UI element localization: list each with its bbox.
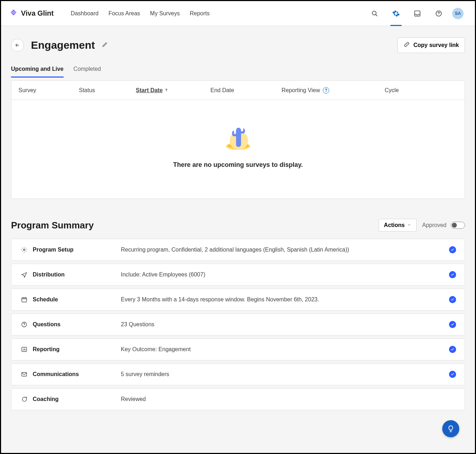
summary-row-desc: 5 survey reminders: [121, 371, 449, 378]
svg-point-0: [372, 11, 376, 15]
summary-row-questions[interactable]: Questions 23 Questions: [11, 313, 465, 336]
nav-focus-areas[interactable]: Focus Areas: [108, 1, 140, 26]
lightbulb-fab[interactable]: [442, 420, 459, 437]
summary-row-distribution[interactable]: Distribution Include: Active Employees (…: [11, 264, 465, 286]
col-start-date[interactable]: Start Date: [136, 87, 210, 94]
summary-row-desc: 23 Questions: [121, 321, 449, 328]
edit-title-icon[interactable]: [102, 42, 108, 49]
settings-icon[interactable]: [388, 6, 404, 21]
brand[interactable]: Viva Glint: [10, 9, 54, 18]
survey-tabs: Upcoming and Live Completed: [11, 66, 465, 78]
bar-chart-icon: [20, 346, 28, 353]
approved-control: Approved: [422, 222, 465, 229]
summary-row-title: Reporting: [28, 346, 121, 353]
sort-asc-icon: [164, 87, 169, 94]
col-start-label: Start Date: [136, 87, 163, 94]
summary-row-title: Program Setup: [28, 247, 121, 253]
surveys-table: Survey Status Start Date End Date Report…: [11, 80, 465, 199]
status-complete-icon: [449, 296, 456, 303]
svg-rect-10: [22, 298, 27, 302]
back-button[interactable]: [11, 39, 24, 52]
nav-reports[interactable]: Reports: [190, 1, 210, 26]
summary-row-reporting[interactable]: Reporting Key Outcome: Engagement: [11, 338, 465, 360]
calendar-icon: [20, 296, 28, 303]
reporting-view-help-icon[interactable]: ?: [323, 87, 329, 94]
summary-row-schedule[interactable]: Schedule Every 3 Months with a 14-days r…: [11, 289, 465, 311]
top-actions: SA: [367, 6, 466, 21]
status-complete-icon: [449, 371, 456, 378]
page-title: Engagement: [31, 39, 95, 51]
summary-row-communications[interactable]: Communications 5 survey reminders: [11, 363, 465, 385]
svg-line-1: [376, 14, 377, 16]
search-icon[interactable]: [367, 6, 383, 21]
summary-row-title: Schedule: [28, 296, 121, 303]
nav-my-surveys[interactable]: My Surveys: [150, 1, 180, 26]
cactus-illustration-icon: [221, 149, 255, 155]
brand-name: Viva Glint: [21, 9, 54, 17]
tab-upcoming-and-live[interactable]: Upcoming and Live: [11, 66, 64, 78]
program-summary-list: Program Setup Recurring program, Confide…: [11, 239, 465, 410]
svg-point-4: [438, 15, 439, 15]
inbox-icon[interactable]: [410, 6, 425, 21]
page-header: Engagement Copy survey link: [11, 37, 465, 53]
status-complete-icon: [449, 346, 456, 353]
col-reporting-label: Reporting View: [282, 87, 320, 94]
primary-nav: Dashboard Focus Areas My Surveys Reports: [71, 1, 210, 26]
approved-toggle[interactable]: [451, 222, 465, 229]
svg-point-9: [23, 249, 25, 251]
link-icon: [403, 41, 410, 49]
svg-point-12: [24, 326, 24, 326]
page-body: Engagement Copy survey link Upcoming and…: [1, 26, 475, 453]
summary-row-coaching[interactable]: Coaching Reviewed: [11, 388, 465, 410]
empty-state: There are no upcoming surveys to display…: [11, 100, 465, 199]
chevron-down-icon: [407, 222, 411, 228]
status-complete-icon: [449, 246, 456, 253]
summary-row-desc: Key Outcome: Engagement: [121, 346, 449, 353]
col-cycle[interactable]: Cycle: [385, 87, 399, 94]
summary-row-title: Questions: [28, 321, 121, 328]
nav-dashboard[interactable]: Dashboard: [71, 1, 98, 26]
status-complete-icon: [449, 321, 456, 328]
program-summary-header: Program Summary Actions Approved: [11, 219, 465, 232]
col-survey[interactable]: Survey: [18, 87, 79, 94]
summary-row-desc: Include: Active Employees (6007): [121, 271, 449, 278]
mail-icon: [20, 371, 28, 378]
summary-row-program-setup[interactable]: Program Setup Recurring program, Confide…: [11, 239, 465, 261]
table-header: Survey Status Start Date End Date Report…: [11, 81, 465, 100]
col-reporting-view[interactable]: Reporting View ?: [282, 87, 385, 94]
actions-label: Actions: [384, 222, 405, 228]
col-status[interactable]: Status: [79, 87, 136, 94]
gear-icon: [20, 247, 28, 253]
summary-row-desc: Recurring program, Confidential, 2 addit…: [121, 247, 449, 253]
send-icon: [20, 271, 28, 278]
help-icon[interactable]: [431, 6, 446, 21]
question-circle-icon: [20, 321, 28, 328]
summary-row-desc: Every 3 Months with a 14-days response w…: [121, 296, 449, 303]
svg-rect-8: [236, 128, 241, 147]
chat-icon: [20, 396, 28, 402]
summary-row-desc: Reviewed: [121, 396, 456, 402]
col-end-date[interactable]: End Date: [210, 87, 282, 94]
summary-row-title: Distribution: [28, 271, 121, 278]
copy-survey-link-button[interactable]: Copy survey link: [397, 37, 465, 53]
approved-label: Approved: [422, 222, 447, 228]
program-summary-title: Program Summary: [11, 220, 94, 231]
svg-rect-2: [415, 11, 420, 16]
actions-dropdown[interactable]: Actions: [379, 219, 417, 232]
viva-glint-logo-icon: [10, 9, 17, 18]
empty-message: There are no upcoming surveys to display…: [11, 161, 465, 169]
summary-row-title: Communications: [28, 371, 121, 378]
user-avatar[interactable]: SA: [452, 8, 464, 19]
summary-row-title: Coaching: [28, 396, 121, 402]
copy-survey-link-label: Copy survey link: [413, 42, 459, 48]
tab-completed[interactable]: Completed: [74, 66, 101, 78]
top-bar: Viva Glint Dashboard Focus Areas My Surv…: [1, 1, 475, 26]
status-complete-icon: [449, 271, 456, 278]
